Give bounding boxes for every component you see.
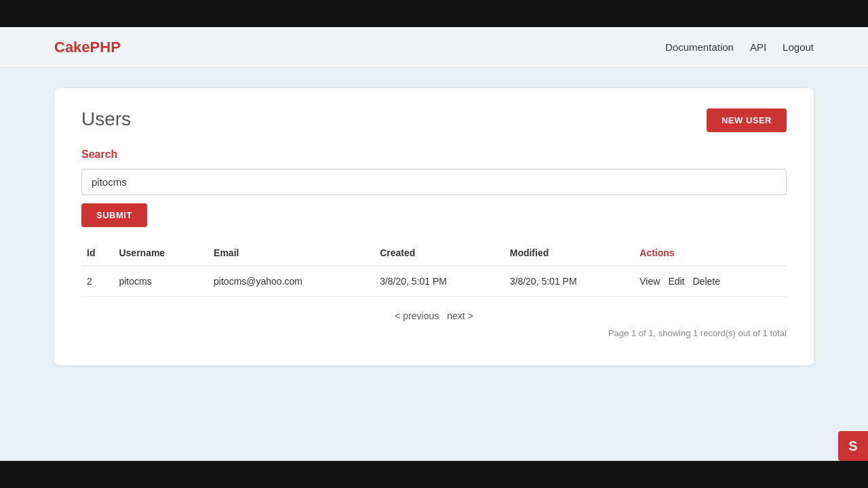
search-section: Search SUBMIT [81,148,787,227]
col-header-username: Username [113,241,208,266]
page-title: Users [81,108,131,130]
action-links: View Edit Delete [639,276,781,287]
view-action-link[interactable]: View [639,276,660,287]
table-header-row: Id Username Email Created Modified Actio… [81,241,787,266]
col-header-email: Email [208,241,374,266]
previous-page-link[interactable]: < previous [395,310,439,321]
top-bar [0,0,868,27]
cell-modified: 3/8/20, 5:01 PM [505,266,635,297]
cell-email: pitocms@yahoo.com [208,266,374,297]
cell-id: 2 [81,266,113,297]
table-row: 2 pitocms pitocms@yahoo.com 3/8/20, 5:01… [81,266,787,297]
api-link[interactable]: API [750,41,766,53]
delete-action-link[interactable]: Delete [693,276,720,287]
nav-links: Documentation API Logout [665,41,814,53]
new-user-button[interactable]: NEW USER [707,108,787,132]
corner-badge: S [838,431,868,461]
cell-username: pitocms [113,266,208,297]
submit-button[interactable]: SUBMIT [81,203,147,227]
logo-php: PHP [90,39,121,56]
col-header-id: Id [81,241,113,266]
edit-action-link[interactable]: Edit [668,276,684,287]
users-table: Id Username Email Created Modified Actio… [81,241,787,297]
search-label: Search [81,148,787,161]
main-content: Users NEW USER Search SUBMIT Id Username… [0,68,868,386]
col-header-actions: Actions [634,241,787,266]
card-header: Users NEW USER [81,108,787,132]
table-container: Id Username Email Created Modified Actio… [81,241,787,338]
card: Users NEW USER Search SUBMIT Id Username… [54,88,814,365]
col-header-modified: Modified [505,241,635,266]
logo[interactable]: CakePHP [54,39,121,56]
corner-badge-icon: S [848,439,857,454]
bottom-bar [0,461,868,488]
pagination-info: Page 1 of 1, showing 1 record(s) out of … [81,328,787,338]
cell-actions: View Edit Delete [634,266,787,297]
pagination: < previous next > [81,310,787,321]
cell-created: 3/8/20, 5:01 PM [374,266,505,297]
search-input[interactable] [81,169,787,195]
col-header-created: Created [374,241,505,266]
next-page-link[interactable]: next > [447,310,473,321]
documentation-link[interactable]: Documentation [665,41,734,53]
navbar: CakePHP Documentation API Logout [0,27,868,68]
logo-cake: Cake [54,39,90,56]
logout-link[interactable]: Logout [783,41,814,53]
